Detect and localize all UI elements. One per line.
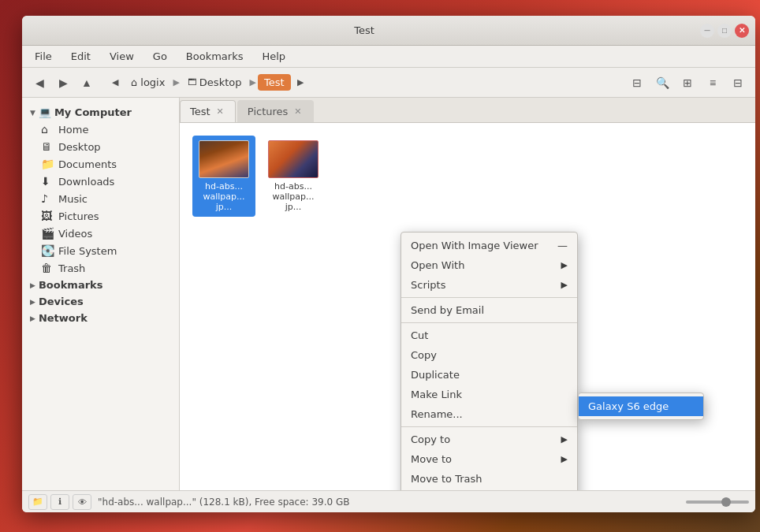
ctx-copy-label: Copy	[411, 349, 437, 361]
ctx-move-to-trash[interactable]: Move to Trash	[401, 469, 577, 489]
window-controls: ─ □ ✕	[700, 24, 749, 38]
breadcrumb-back-icon[interactable]: ◀	[107, 72, 123, 94]
minimize-button[interactable]: ─	[700, 24, 714, 38]
ctx-copy-to[interactable]: Copy to ▶	[401, 430, 577, 449]
pictures-sidebar-icon: 🖼	[41, 210, 54, 222]
menu-bookmarks[interactable]: Bookmarks	[180, 49, 250, 64]
view-icons-button[interactable]: ⊞	[676, 72, 699, 94]
sidebar-item-downloads[interactable]: ⬇ Downloads	[22, 173, 179, 190]
main-area: ▼ 💻 My Computer ⌂ Home 🖥 Desktop 📁 Docum…	[22, 98, 755, 490]
forward-button[interactable]: ▶	[52, 72, 74, 94]
sidebar-downloads-label: Downloads	[58, 176, 114, 188]
ctx-open-with-arrow: ▶	[561, 260, 568, 270]
ctx-scripts[interactable]: Scripts ▶	[401, 275, 577, 295]
ctx-make-link-label: Make Link	[411, 389, 462, 400]
menu-view[interactable]: View	[103, 49, 140, 64]
toggle-sidebar-button[interactable]: ⊟	[626, 72, 648, 94]
tab-pictures-label: Pictures	[248, 106, 288, 117]
sidebar-item-desktop[interactable]: 🖥 Desktop	[22, 138, 179, 155]
sidebar-section-my-computer[interactable]: ▼ 💻 My Computer	[22, 104, 179, 121]
status-new-folder-button[interactable]: 📁	[28, 494, 47, 510]
sidebar-item-music[interactable]: ♪ Music	[22, 190, 179, 207]
sidebar-item-filesystem[interactable]: 💽 File System	[22, 242, 179, 259]
sidebar-item-videos[interactable]: 🎬 Videos	[22, 225, 179, 242]
sidebar-section-bookmarks[interactable]: ▶ Bookmarks	[22, 277, 179, 293]
menu-file[interactable]: File	[28, 49, 58, 64]
close-button[interactable]: ✕	[735, 24, 749, 38]
sidebar-item-home[interactable]: ⌂ Home	[22, 121, 179, 138]
breadcrumb-desktop[interactable]: 🗔 Desktop	[181, 74, 248, 91]
status-preview-button[interactable]: 👁	[73, 494, 91, 510]
sidebar-section-devices[interactable]: ▶ Devices	[22, 293, 179, 310]
ctx-copy-to-arrow: ▶	[561, 434, 568, 445]
bookmarks-label: Bookmarks	[39, 279, 103, 291]
up-button[interactable]: ▲	[76, 72, 98, 94]
ctx-copy-to-label: Copy to	[411, 433, 450, 445]
status-text: "hd-abs... wallpap..." (128.1 kB), Free …	[98, 497, 680, 508]
tab-pictures-close[interactable]: ✕	[292, 106, 303, 117]
maximize-button[interactable]: □	[717, 24, 732, 38]
sidebar-music-label: Music	[58, 193, 88, 205]
tab-test-close[interactable]: ✕	[215, 106, 225, 117]
home-sidebar-icon: ⌂	[41, 123, 54, 136]
home-icon: ⌂	[131, 76, 137, 88]
file-name-1: hd-abs...wallpap...jp...	[203, 181, 244, 212]
ctx-move-to-arrow: ▶	[561, 454, 568, 464]
ctx-make-link[interactable]: Make Link	[401, 385, 577, 404]
sidebar-home-label: Home	[58, 124, 88, 136]
menu-edit[interactable]: Edit	[65, 49, 97, 64]
breadcrumb-test[interactable]: Test	[258, 74, 291, 91]
ctx-open-with[interactable]: Open With ▶	[401, 255, 577, 275]
ctx-rename[interactable]: Rename...	[401, 404, 577, 424]
tab-pictures[interactable]: Pictures ✕	[237, 100, 314, 122]
status-info-button[interactable]: ℹ	[50, 494, 69, 510]
back-button[interactable]: ◀	[28, 72, 50, 94]
ctx-open-with-viewer-arrow: —	[557, 240, 568, 251]
search-button[interactable]: 🔍	[651, 72, 673, 94]
desktop-sidebar-icon: 🖥	[41, 140, 54, 153]
status-bar-buttons: 📁 ℹ 👁	[28, 494, 91, 510]
ctx-cut[interactable]: Cut	[401, 326, 577, 345]
menu-help[interactable]: Help	[255, 49, 292, 64]
devices-label: Devices	[39, 296, 84, 307]
ctx-send-by-email[interactable]: Send by Email	[401, 300, 577, 320]
ctx-move-to-trash-label: Move to Trash	[411, 473, 482, 485]
submenu-galaxy-s6[interactable]: Galaxy S6 edge	[579, 396, 703, 416]
sidebar-trash-label: Trash	[58, 262, 85, 274]
tab-test[interactable]: Test ✕	[180, 100, 236, 122]
zoom-knob[interactable]	[721, 497, 731, 507]
view-list-button[interactable]: ≡	[702, 72, 724, 94]
sidebar-my-computer-items: ⌂ Home 🖥 Desktop 📁 Documents ⬇ Downloads…	[22, 121, 179, 277]
sidebar: ▼ 💻 My Computer ⌂ Home 🖥 Desktop 📁 Docum…	[22, 98, 180, 490]
content-area: Test ✕ Pictures ✕ hd-abs...wallpap...jp.…	[180, 98, 755, 490]
tab-test-label: Test	[190, 106, 210, 117]
toolbar-right: ⊟ 🔍 ⊞ ≡ ⊟	[626, 72, 749, 94]
breadcrumb-next-icon[interactable]: ▶	[292, 72, 308, 94]
view-compact-button[interactable]: ⊟	[727, 72, 749, 94]
menu-go[interactable]: Go	[147, 49, 173, 64]
ctx-delete[interactable]: Delete	[401, 489, 577, 490]
sidebar-item-trash[interactable]: 🗑 Trash	[22, 259, 179, 277]
tab-bar: Test ✕ Pictures ✕	[180, 98, 755, 123]
submenu-send-to-mobile: Galaxy S6 edge	[578, 392, 704, 420]
sidebar-item-pictures[interactable]: 🖼 Pictures	[22, 207, 179, 225]
trash-sidebar-icon: 🗑	[41, 262, 54, 274]
ctx-copy[interactable]: Copy	[401, 345, 577, 365]
sidebar-section-network[interactable]: ▶ Network	[22, 310, 179, 326]
breadcrumb-sep2: ▶	[249, 77, 255, 87]
devices-chevron: ▶	[30, 298, 35, 306]
sidebar-item-documents[interactable]: 📁 Documents	[22, 155, 179, 173]
ctx-rename-label: Rename...	[411, 408, 463, 420]
bookmarks-chevron: ▶	[30, 281, 35, 289]
ctx-move-to[interactable]: Move to ▶	[401, 449, 577, 469]
network-chevron: ▶	[30, 314, 35, 322]
my-computer-chevron: ▼	[30, 109, 35, 117]
ctx-open-with-viewer[interactable]: Open With Image Viewer —	[401, 236, 577, 255]
ctx-duplicate[interactable]: Duplicate	[401, 365, 577, 385]
ctx-sep1	[401, 297, 577, 298]
file-item-2[interactable]: hd-abs...wallpap...jp...	[262, 136, 325, 217]
breadcrumb-home[interactable]: ⌂ logix	[125, 74, 171, 91]
zoom-slider[interactable]	[686, 500, 749, 504]
downloads-sidebar-icon: ⬇	[41, 175, 54, 188]
file-item-1[interactable]: hd-abs...wallpap...jp...	[192, 136, 255, 217]
